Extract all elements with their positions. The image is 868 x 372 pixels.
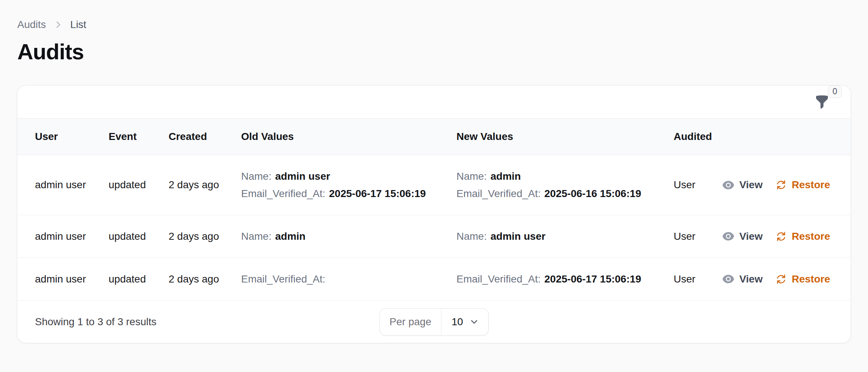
cell-user: admin user xyxy=(17,215,109,258)
cell-user: admin user xyxy=(17,155,109,215)
column-header-new-values: New Values xyxy=(456,119,674,155)
view-button[interactable]: View xyxy=(722,230,762,243)
view-button-label: View xyxy=(739,179,762,191)
table-row: admin user updated 2 days ago Name:admin… xyxy=(17,155,851,215)
per-page-label: Per page xyxy=(380,309,441,335)
cell-new-values: Name:admin Email_Verified_At:2025-06-16 … xyxy=(456,155,674,215)
restore-button[interactable]: Restore xyxy=(775,273,830,285)
field-value: admin user xyxy=(490,231,545,242)
column-header-old-values: Old Values xyxy=(241,119,456,155)
column-header-audited: Audited xyxy=(674,119,744,155)
cell-old-values: Email_Verified_At: xyxy=(241,258,456,301)
field-label: Name: xyxy=(241,231,271,242)
cell-new-values: Name:admin user xyxy=(456,215,674,258)
field-label: Name: xyxy=(241,171,271,182)
per-page-select[interactable]: 10 xyxy=(441,309,488,335)
cell-actions: View Restore xyxy=(744,258,851,301)
field-value: admin user xyxy=(275,171,330,182)
cell-old-values: Name:admin xyxy=(241,215,456,258)
filter-button[interactable]: 0 xyxy=(815,95,829,109)
audits-page: Audits List Audits 0 User Event xyxy=(0,0,868,343)
restore-button[interactable]: Restore xyxy=(775,230,830,243)
restore-button-label: Restore xyxy=(792,273,830,285)
view-button[interactable]: View xyxy=(722,273,762,285)
field-label: Email_Verified_At: xyxy=(241,188,325,199)
results-summary: Showing 1 to 3 of 3 results xyxy=(17,316,156,328)
breadcrumb: Audits List xyxy=(17,18,851,31)
audits-table-card: 0 User Event Created Old Values New Valu… xyxy=(17,85,851,343)
eye-icon xyxy=(722,179,734,191)
breadcrumb-item-audits[interactable]: Audits xyxy=(17,18,46,31)
cell-created: 2 days ago xyxy=(169,258,241,301)
field-label: Email_Verified_At: xyxy=(456,273,541,285)
restore-icon xyxy=(775,231,787,242)
per-page-control: Per page 10 xyxy=(380,308,488,336)
cell-new-values: Email_Verified_At:2025-06-17 15:06:19 xyxy=(456,258,674,301)
cell-created: 2 days ago xyxy=(169,155,241,215)
field-label: Name: xyxy=(456,171,487,182)
chevron-right-icon xyxy=(53,20,63,29)
table-row: admin user updated 2 days ago Name:admin… xyxy=(17,215,851,258)
column-header-event: Event xyxy=(109,119,169,155)
restore-button-label: Restore xyxy=(792,179,830,191)
filter-count-badge: 0 xyxy=(828,85,842,98)
cell-user: admin user xyxy=(17,258,109,301)
view-button-label: View xyxy=(739,273,762,285)
table-row: admin user updated 2 days ago Email_Veri… xyxy=(17,258,851,301)
cell-old-values: Name:admin user Email_Verified_At:2025-0… xyxy=(241,155,456,215)
per-page-value: 10 xyxy=(452,316,463,328)
funnel-icon xyxy=(815,95,829,109)
field-value: 2025-06-17 15:06:19 xyxy=(329,188,426,199)
field-label: Email_Verified_At: xyxy=(241,273,325,285)
column-header-user: User xyxy=(17,119,109,155)
restore-icon xyxy=(775,179,787,191)
breadcrumb-item-list: List xyxy=(70,18,87,31)
eye-icon xyxy=(722,273,734,285)
chevron-down-icon xyxy=(469,317,479,327)
field-value: admin xyxy=(275,231,305,242)
page-title: Audits xyxy=(17,40,851,64)
cell-event: updated xyxy=(109,258,169,301)
restore-button[interactable]: Restore xyxy=(775,179,830,191)
field-value: 2025-06-16 15:06:19 xyxy=(544,188,641,199)
cell-event: updated xyxy=(109,215,169,258)
table-header: User Event Created Old Values New Values… xyxy=(17,119,851,155)
cell-event: updated xyxy=(109,155,169,215)
eye-icon xyxy=(722,230,734,242)
field-label: Email_Verified_At: xyxy=(456,188,541,199)
cell-created: 2 days ago xyxy=(169,215,241,258)
view-button[interactable]: View xyxy=(722,179,762,191)
field-value: admin xyxy=(490,171,521,182)
table-toolbar: 0 xyxy=(17,85,851,119)
view-button-label: View xyxy=(739,230,762,243)
field-label: Name: xyxy=(456,231,487,242)
restore-icon xyxy=(775,273,787,285)
restore-button-label: Restore xyxy=(792,230,830,243)
audits-table: User Event Created Old Values New Values… xyxy=(17,119,851,300)
cell-actions: View Restore xyxy=(744,215,851,258)
column-header-created: Created xyxy=(169,119,241,155)
column-header-actions xyxy=(744,119,851,155)
cell-actions: View Restore xyxy=(744,155,851,215)
table-footer: Showing 1 to 3 of 3 results Per page 10 xyxy=(17,300,851,343)
field-value: 2025-06-17 15:06:19 xyxy=(544,273,641,285)
